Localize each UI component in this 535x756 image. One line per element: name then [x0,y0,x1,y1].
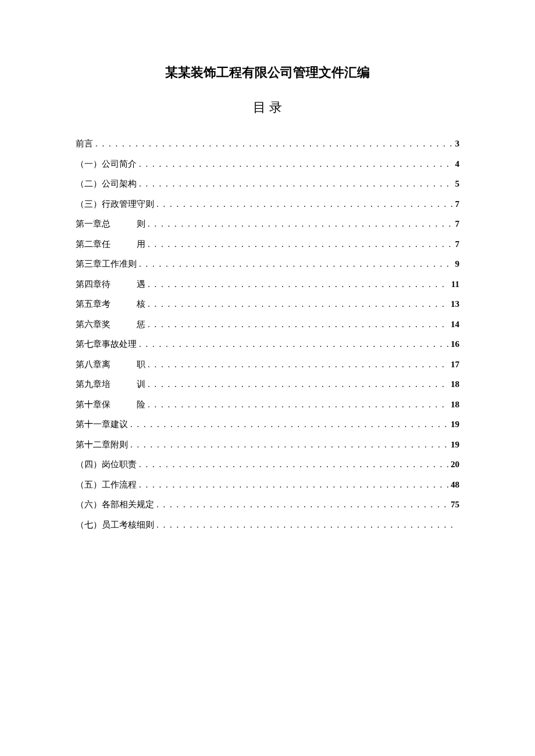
toc-label: （四）岗位职责 [76,454,137,475]
toc-entry: （七）员工考核细则. . . . . . . . . . . . . . . .… [76,515,459,535]
toc-dots: . . . . . . . . . . . . . . . . . . . . … [156,194,453,214]
toc-entry: 第五章考核. . . . . . . . . . . . . . . . . .… [76,294,459,314]
toc-label-left: 第五章考 [76,294,137,314]
toc-label: （五）工作流程 [76,475,137,495]
toc-label-right: 用 [137,234,145,255]
toc-heading: 目 录 [76,99,459,116]
toc-dots: . . . . . . . . . . . . . . . . . . . . … [156,515,457,535]
toc-entry: 第一章总则. . . . . . . . . . . . . . . . . .… [76,214,459,234]
toc-entry: （四）岗位职责. . . . . . . . . . . . . . . . .… [76,454,459,475]
toc-page-number: 3 [455,134,460,154]
toc-dots: . . . . . . . . . . . . . . . . . . . . … [139,454,448,475]
toc-entry: 第十二章附则. . . . . . . . . . . . . . . . . … [76,435,459,455]
toc-label: 前言 [76,134,93,154]
toc-entry: 第二章任用. . . . . . . . . . . . . . . . . .… [76,234,459,255]
toc-page-number: 13 [451,294,459,314]
toc-label-right: 职 [137,354,145,375]
toc-page-number: 19 [451,414,459,435]
toc-label-right: 则 [137,214,145,234]
toc-label: （三）行政管理守则 [76,194,154,214]
toc-label-left: 第四章待 [76,274,137,295]
toc-dots: . . . . . . . . . . . . . . . . . . . . … [139,174,453,194]
toc-dots: . . . . . . . . . . . . . . . . . . . . … [130,435,448,455]
toc-page-number: 48 [451,475,459,495]
toc-page-number: 16 [451,334,459,354]
toc-entry: 前言. . . . . . . . . . . . . . . . . . . … [76,134,459,154]
toc-label-left: 第八章离 [76,354,137,375]
toc-dots: . . . . . . . . . . . . . . . . . . . . … [139,334,448,354]
toc-label: （七）员工考核细则 [76,515,154,535]
toc-entry: （三）行政管理守则. . . . . . . . . . . . . . . .… [76,194,459,214]
toc-dots: . . . . . . . . . . . . . . . . . . . . … [148,314,448,335]
toc-label-left: 第一章总 [76,214,137,234]
toc-dots: . . . . . . . . . . . . . . . . . . . . … [95,134,453,154]
toc-entry: 第十章保险. . . . . . . . . . . . . . . . . .… [76,395,459,415]
toc-page-number: 75 [451,495,459,515]
toc-entry: （一）公司简介. . . . . . . . . . . . . . . . .… [76,154,459,174]
toc-label-left: 第九章培 [76,374,137,395]
toc-label: （一）公司简介 [76,154,137,174]
toc-entry: 第十一章建议. . . . . . . . . . . . . . . . . … [76,414,459,435]
toc-label: （二）公司架构 [76,174,137,194]
toc-label-left: 第十章保 [76,395,137,415]
document-title: 某某装饰工程有限公司管理文件汇编 [76,64,459,81]
toc-entry: （五）工作流程. . . . . . . . . . . . . . . . .… [76,475,459,495]
toc-page-number: 7 [455,234,460,255]
toc-label: （六）各部相关规定 [76,495,154,515]
toc-list: 前言. . . . . . . . . . . . . . . . . . . … [76,134,459,535]
toc-page-number: 20 [451,454,459,475]
toc-label-right: 遇 [137,274,145,295]
toc-dots: . . . . . . . . . . . . . . . . . . . . … [148,354,448,375]
toc-page-number: 11 [451,274,459,295]
toc-label: 第三章工作准则 [76,254,137,274]
toc-entry: （六）各部相关规定. . . . . . . . . . . . . . . .… [76,495,459,515]
toc-page-number: 9 [455,254,460,274]
toc-label-right: 惩 [137,314,145,335]
toc-dots: . . . . . . . . . . . . . . . . . . . . … [139,254,453,274]
toc-page-number: 5 [455,174,460,194]
toc-dots: . . . . . . . . . . . . . . . . . . . . … [148,214,453,234]
toc-entry: 第六章奖惩. . . . . . . . . . . . . . . . . .… [76,314,459,335]
toc-dots: . . . . . . . . . . . . . . . . . . . . … [148,294,448,314]
toc-entry: 第三章工作准则. . . . . . . . . . . . . . . . .… [76,254,459,274]
toc-label: 第十一章建议 [76,414,128,435]
toc-dots: . . . . . . . . . . . . . . . . . . . . … [148,234,453,255]
toc-page-number: 4 [455,154,460,174]
toc-page-number: 7 [455,214,460,234]
toc-dots: . . . . . . . . . . . . . . . . . . . . … [139,154,453,174]
toc-dots: . . . . . . . . . . . . . . . . . . . . … [148,374,448,395]
toc-entry: （二）公司架构. . . . . . . . . . . . . . . . .… [76,174,459,194]
toc-label-left: 第二章任 [76,234,137,255]
toc-page-number: 19 [451,435,459,455]
toc-page-number: 17 [451,354,459,375]
toc-dots: . . . . . . . . . . . . . . . . . . . . … [139,475,448,495]
toc-entry: 第四章待遇. . . . . . . . . . . . . . . . . .… [76,274,459,295]
toc-label-right: 核 [137,294,145,314]
toc-dots: . . . . . . . . . . . . . . . . . . . . … [130,414,448,435]
toc-label: 第十二章附则 [76,435,128,455]
toc-dots: . . . . . . . . . . . . . . . . . . . . … [148,274,449,295]
toc-page-number: 7 [455,194,460,214]
toc-page-number: 18 [451,374,459,395]
toc-page-number: 18 [451,395,459,415]
toc-label-right: 训 [137,374,145,395]
toc-label-right: 险 [137,395,145,415]
toc-dots: . . . . . . . . . . . . . . . . . . . . … [148,395,448,415]
toc-entry: 第八章离职. . . . . . . . . . . . . . . . . .… [76,354,459,375]
toc-entry: 第九章培训. . . . . . . . . . . . . . . . . .… [76,374,459,395]
toc-entry: 第七章事故处理. . . . . . . . . . . . . . . . .… [76,334,459,354]
toc-label-left: 第六章奖 [76,314,137,335]
toc-label: 第七章事故处理 [76,334,137,354]
toc-dots: . . . . . . . . . . . . . . . . . . . . … [156,495,448,515]
toc-page-number: 14 [451,314,459,335]
